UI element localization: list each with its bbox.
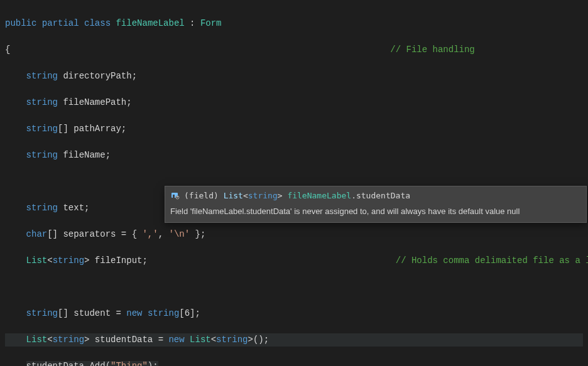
tooltip-message: Field 'fileNameLabel.studentData' is nev… [170,207,581,216]
tooltip-signature-row: (field) List<string> fileNameLabel.stude… [170,190,581,200]
code-line[interactable]: { // File handling [5,43,583,57]
code-line[interactable]: string fileNamePath; [5,96,583,109]
code-line-error[interactable]: studentData.Add("Thing"); [5,360,583,366]
tooltip-signature: (field) List<string> fileNameLabel.stude… [184,191,410,200]
code-line[interactable]: string fileName; [5,149,583,162]
code-line[interactable] [5,281,583,294]
intellisense-tooltip: (field) List<string> fileNameLabel.stude… [165,186,587,223]
svg-rect-1 [173,195,175,199]
code-line[interactable]: string[] student = new string[6]; [5,307,583,320]
code-line[interactable]: char[] separators = { ',', '\n' }; [5,228,583,241]
code-line[interactable]: public partial class fileNameLabel : For… [5,17,583,30]
code-line[interactable]: string[] pathArray; [5,122,583,136]
code-line[interactable]: List<string> fileInput; // Holds comma d… [5,254,583,267]
code-line[interactable]: string directoryPath; [5,70,583,83]
field-icon [170,190,180,200]
code-editor[interactable]: public partial class fileNameLabel : For… [0,0,588,366]
code-line[interactable]: List<string> studentData = new List<stri… [5,333,583,347]
